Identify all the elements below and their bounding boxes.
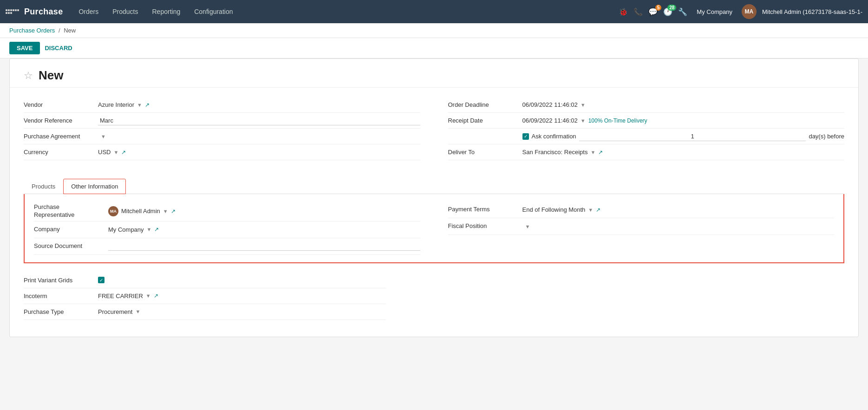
navbar-icons: 🐞 📞 💬 5 🕐 28 🔧 My Company MA Mitchell Ad… — [619, 4, 862, 19]
deliver-to-value: San Francisco: Receipts — [522, 149, 588, 156]
grid-icon[interactable] — [6, 9, 19, 14]
menu-reporting[interactable]: Reporting — [146, 5, 187, 18]
fiscal-position-dropdown-icon[interactable]: ▼ — [525, 224, 530, 229]
tab-other-info-content: PurchaseRepresentative MA Mitchell Admin… — [24, 194, 844, 263]
chat-badge: 5 — [655, 5, 662, 11]
fiscal-position-field-row: Fiscal Position ▼ — [448, 218, 835, 235]
ask-confirmation-checkbox[interactable]: ✓ — [522, 133, 529, 140]
incoterm-dropdown-icon[interactable]: ▼ — [146, 293, 151, 299]
favorite-star-icon[interactable]: ☆ — [24, 70, 33, 82]
company-external-link-icon[interactable]: ↗ — [154, 226, 159, 233]
order-deadline-value: 06/09/2022 11:46:02 — [522, 101, 578, 108]
deliver-to-dropdown-icon[interactable]: ▼ — [590, 150, 595, 155]
ask-confirmation-label: Ask confirmation — [532, 133, 576, 140]
currency-dropdown-icon[interactable]: ▼ — [113, 150, 118, 155]
order-deadline-value-container: 06/09/2022 11:46:02 ▼ — [522, 101, 845, 108]
breadcrumb-parent[interactable]: Purchase Orders — [9, 27, 55, 34]
clock-icon-btn[interactable]: 🕐 28 — [663, 7, 672, 16]
receipt-date-value-container: 06/09/2022 11:46:02 ▼ 100% On-Time Deliv… — [522, 117, 845, 124]
vendor-ref-input[interactable]: Marc — [98, 116, 420, 125]
wrench-icon-btn[interactable]: 🔧 — [678, 7, 687, 16]
vendor-ref-value-container: Marc — [98, 116, 420, 125]
breadcrumb: Purchase Orders / New — [0, 23, 868, 38]
purchase-rep-value-container: MA Mitchell Admin ▼ ↗ — [108, 206, 420, 216]
purchase-agreement-field-row: Purchase Agreement ▼ — [24, 129, 420, 144]
menu-orders[interactable]: Orders — [72, 5, 105, 18]
purchase-agreement-label: Purchase Agreement — [24, 133, 98, 140]
vendor-dropdown-arrow[interactable]: ▼ — [137, 102, 142, 108]
purchase-agreement-value-container: ▼ — [98, 134, 420, 139]
purchase-agreement-dropdown-icon[interactable]: ▼ — [101, 134, 106, 139]
phone-icon: 📞 — [633, 8, 643, 16]
company-name: My Company — [697, 8, 732, 15]
payment-terms-label: Payment Terms — [448, 206, 522, 214]
incoterm-value: FREE CARRIER — [98, 293, 143, 299]
vendor-field-row: Vendor Azure Interior ▼ ↗ — [24, 97, 420, 113]
bug-icon: 🐞 — [619, 8, 628, 16]
incoterm-value-container: FREE CARRIER ▼ ↗ — [98, 293, 386, 299]
company-label: Company — [34, 226, 108, 234]
payment-terms-field-row: Payment Terms End of Following Month ▼ ↗ — [448, 202, 835, 218]
form-body: Vendor Azure Interior ▼ ↗ Vendor Referen… — [10, 88, 858, 169]
wrench-icon: 🔧 — [678, 8, 687, 16]
form-header: ☆ New — [10, 59, 858, 88]
app-brand: Purchase — [24, 7, 63, 17]
tab-products[interactable]: Products — [24, 179, 63, 194]
order-deadline-dropdown-icon[interactable]: ▼ — [581, 102, 586, 108]
deliver-to-field-row: Deliver To San Francisco: Receipts ▼ ↗ — [448, 144, 845, 160]
purchase-type-dropdown-icon[interactable]: ▼ — [135, 309, 140, 314]
fiscal-position-label: Fiscal Position — [448, 222, 522, 230]
action-bar: SAVE DISCARD — [0, 38, 868, 59]
bug-icon-btn[interactable]: 🐞 — [619, 7, 628, 16]
purchase-rep-avatar: MA — [108, 206, 118, 216]
print-variant-checkbox[interactable]: ✓ — [98, 277, 104, 283]
additional-fields: Print Variant Grids ✓ Incoterm FREE CARR… — [24, 273, 844, 320]
form-left-col: Vendor Azure Interior ▼ ↗ Vendor Referen… — [24, 97, 420, 160]
menu-products[interactable]: Products — [106, 5, 144, 18]
receipt-date-dropdown-icon[interactable]: ▼ — [581, 118, 586, 124]
receipt-date-field-row: Receipt Date 06/09/2022 11:46:02 ▼ 100% … — [448, 113, 845, 129]
payment-terms-external-link-icon[interactable]: ↗ — [596, 207, 600, 213]
payment-terms-dropdown-icon[interactable]: ▼ — [588, 207, 593, 213]
currency-external-link-icon[interactable]: ↗ — [121, 149, 126, 156]
chat-icon-btn[interactable]: 💬 5 — [648, 7, 658, 16]
deliver-to-external-link-icon[interactable]: ↗ — [598, 149, 603, 156]
vendor-ref-label: Vendor Reference — [24, 117, 98, 124]
breadcrumb-separator: / — [59, 27, 60, 34]
company-dropdown-icon[interactable]: ▼ — [147, 227, 152, 232]
ask-confirmation-days-input[interactable]: 1 — [579, 132, 806, 141]
incoterm-external-link-icon[interactable]: ↗ — [154, 293, 158, 299]
vendor-value-container: Azure Interior ▼ ↗ — [98, 101, 420, 108]
deliver-to-value-container: San Francisco: Receipts ▼ ↗ — [522, 149, 845, 156]
source-doc-value-container — [108, 241, 420, 251]
other-info-left: PurchaseRepresentative MA Mitchell Admin… — [34, 202, 420, 255]
tabs-container: Products Other Information — [24, 179, 844, 194]
purchase-type-value: Procurement — [98, 308, 132, 315]
vendor-ref-field-row: Vendor Reference Marc — [24, 113, 420, 129]
payment-terms-value: End of Following Month — [522, 206, 586, 213]
purchase-rep-external-link-icon[interactable]: ↗ — [171, 208, 176, 215]
source-doc-input[interactable] — [108, 241, 420, 251]
vendor-label: Vendor — [24, 101, 98, 108]
tab-other-information[interactable]: Other Information — [63, 179, 126, 194]
discard-button[interactable]: DISCARD — [45, 45, 72, 52]
menu-configuration[interactable]: Configuration — [188, 5, 239, 18]
vendor-external-link-icon[interactable]: ↗ — [145, 102, 150, 108]
source-doc-label: Source Document — [34, 242, 108, 250]
phone-icon-btn[interactable]: 📞 — [633, 7, 643, 16]
deliver-to-label: Deliver To — [448, 149, 522, 156]
fiscal-position-value-container: ▼ — [522, 224, 835, 229]
save-button[interactable]: SAVE — [9, 42, 40, 54]
currency-value-container: USD ▼ ↗ — [98, 149, 420, 156]
order-deadline-field-row: Order Deadline 06/09/2022 11:46:02 ▼ — [448, 97, 845, 113]
purchase-rep-dropdown-icon[interactable]: ▼ — [163, 208, 168, 214]
record-title: New — [39, 68, 63, 83]
clock-badge: 28 — [667, 5, 676, 11]
breadcrumb-current: New — [64, 27, 76, 34]
order-deadline-label: Order Deadline — [448, 101, 522, 108]
company-value: My Company — [108, 226, 144, 233]
ask-confirmation-field-row: ✓ Ask confirmation 1 day(s) before — [448, 129, 845, 144]
incoterm-label: Incoterm — [24, 293, 98, 299]
navbar: Purchase Orders Products Reporting Confi… — [0, 0, 868, 23]
receipt-date-label: Receipt Date — [448, 117, 522, 124]
